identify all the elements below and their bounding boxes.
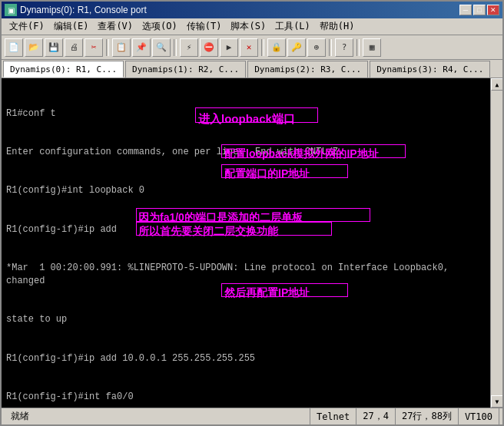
terminal-line-5: state to up xyxy=(6,313,486,326)
toolbar-key[interactable]: 🔑 xyxy=(287,38,306,57)
main-window: ▣ Dynamips(0): R1, Console port ─ □ ✕ 文件… xyxy=(0,0,504,426)
status-protocol: Telnet xyxy=(310,408,356,424)
terminal-container: R1#conf t Enter configuration commands, … xyxy=(2,78,502,408)
terminal-line-4: *Mar 1 00:20:00.991: %LINEPROTO-5-UPDOWN… xyxy=(6,262,486,288)
menu-script[interactable]: 脚本(S) xyxy=(226,18,270,35)
terminal-line-7: R1(config-if)#int fa0/0 xyxy=(6,391,486,404)
toolbar-zoom[interactable]: ⊕ xyxy=(307,38,326,57)
window-controls: ─ □ ✕ xyxy=(459,5,499,15)
terminal-line-0: R1#conf t xyxy=(6,107,486,121)
toolbar-separator-1 xyxy=(106,39,109,56)
annotation-box-fa10-reason xyxy=(136,208,370,222)
toolbar-separator-4 xyxy=(329,39,332,56)
toolbar-terminal[interactable]: ▶ xyxy=(220,38,238,57)
menu-help[interactable]: 帮助(H) xyxy=(315,18,360,35)
app-icon: ▣ xyxy=(5,4,17,16)
annotation-box-port-ip xyxy=(221,164,348,178)
status-rows-cols: 27行，88列 xyxy=(396,408,459,424)
toolbar: 📄 📂 💾 🖨 ✂ 📋 📌 🔍 ⚡ ⛔ ▶ ✕ 🔒 🔑 ⊕ ? ▦ xyxy=(2,35,502,60)
toolbar-copy[interactable]: 📋 xyxy=(112,38,131,57)
tab-bar: Dynamips(0): R1, C... Dynamips(1): R2, C… xyxy=(2,60,502,78)
menu-options[interactable]: 选项(O) xyxy=(138,18,182,35)
toolbar-separator-5 xyxy=(356,39,360,56)
terminal-line-6: R1(config-if)#ip add 10.0.0.1 255.255.25… xyxy=(6,352,486,365)
title-bar: ▣ Dynamips(0): R1, Console port ─ □ ✕ xyxy=(2,2,502,18)
toolbar-disconnect[interactable]: ⛔ xyxy=(200,38,218,57)
menu-view[interactable]: 查看(V) xyxy=(93,18,138,35)
status-bar: 就绪 Telnet 27，4 27行，88列 VT100 xyxy=(2,408,502,424)
close-button[interactable]: ✕ xyxy=(487,5,499,15)
tab-r3[interactable]: Dynamips(2): R3, C... xyxy=(247,61,368,78)
menu-file[interactable]: 文件(F) xyxy=(5,18,49,35)
menu-edit[interactable]: 编辑(E) xyxy=(49,18,94,35)
toolbar-open[interactable]: 📂 xyxy=(25,38,43,57)
menu-bar: 文件(F) 编辑(E) 查看(V) 选项(O) 传输(T) 脚本(S) 工具(L… xyxy=(2,18,502,35)
scroll-up-button[interactable]: ▲ xyxy=(491,78,502,91)
toolbar-help[interactable]: ? xyxy=(335,38,353,57)
scroll-track[interactable] xyxy=(491,91,502,395)
window-title: Dynamips(0): R1, Console port xyxy=(20,5,459,15)
annotation-port-ip: 配置端口的IP地址 xyxy=(224,167,310,182)
toolbar-lock[interactable]: 🔒 xyxy=(267,38,286,57)
scroll-down-button[interactable]: ▼ xyxy=(491,395,502,408)
terminal-line-3: R1(config-if)#ip add xyxy=(6,223,486,236)
tab-r2[interactable]: Dynamips(1): R2, C... xyxy=(125,61,246,78)
toolbar-paste[interactable]: 📌 xyxy=(132,38,151,57)
status-position: 27，4 xyxy=(356,408,396,424)
scrollbar[interactable]: ▲ ▼ xyxy=(490,78,502,408)
minimize-button[interactable]: ─ xyxy=(459,5,472,15)
toolbar-connect[interactable]: ⚡ xyxy=(180,38,198,57)
terminal-line-1: Enter configuration commands, one per li… xyxy=(6,146,486,159)
tab-r1[interactable]: Dynamips(0): R1, C... xyxy=(3,61,124,78)
menu-transfer[interactable]: 传输(T) xyxy=(182,18,227,35)
toolbar-new[interactable]: 📄 xyxy=(5,38,23,57)
toolbar-separator-3 xyxy=(261,39,264,56)
toolbar-find[interactable]: 🔍 xyxy=(152,38,171,57)
status-encoding: VT100 xyxy=(459,408,499,424)
maximize-button[interactable]: □ xyxy=(473,5,486,15)
terminal[interactable]: R1#conf t Enter configuration commands, … xyxy=(2,78,490,408)
status-ready: 就绪 xyxy=(5,408,310,424)
toolbar-print[interactable]: 🖨 xyxy=(65,38,83,57)
toolbar-separator-2 xyxy=(174,39,177,56)
tab-r4[interactable]: Dynamips(3): R4, C... xyxy=(370,61,490,78)
menu-tools[interactable]: 工具(L) xyxy=(270,18,315,35)
toolbar-save[interactable]: 💾 xyxy=(45,38,63,57)
toolbar-cut[interactable]: ✂ xyxy=(85,38,103,57)
toolbar-settings[interactable]: ✕ xyxy=(240,38,258,57)
annotation-then-config-ip: 然后再配置IP地址 xyxy=(224,286,310,301)
terminal-line-2: R1(config)#int loopback 0 xyxy=(6,184,486,197)
toolbar-extra[interactable]: ▦ xyxy=(363,38,381,57)
